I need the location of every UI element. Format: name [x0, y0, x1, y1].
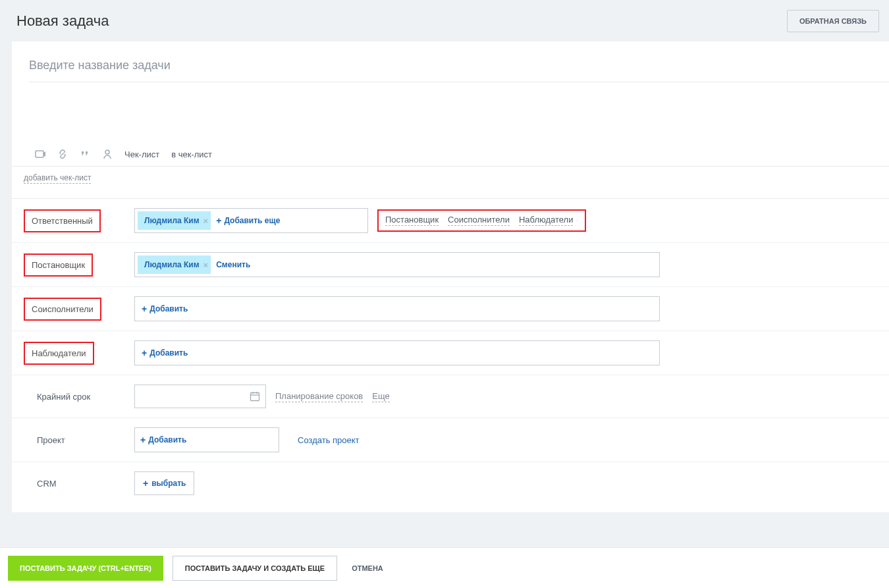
originator-input[interactable]: Людмила Ким × Сменить: [134, 252, 660, 277]
role-switch-box: Постановщик Соисполнители Наблюдатели: [377, 209, 586, 232]
label-observers: Наблюдатели: [24, 342, 94, 365]
role-link-participants[interactable]: Соисполнители: [448, 215, 510, 226]
add-more-label: Добавить еще: [224, 216, 280, 225]
plus-icon: +: [142, 304, 147, 313]
planning-link[interactable]: Планирование сроков: [275, 391, 363, 402]
crm-select-label: выбрать: [151, 479, 186, 488]
deadline-input[interactable]: [134, 385, 266, 408]
page-title: Новая задача: [16, 13, 109, 30]
plus-icon: +: [140, 435, 146, 444]
remove-user-icon[interactable]: ×: [203, 260, 209, 270]
label-originator: Постановщик: [24, 254, 93, 277]
label-crm: CRM: [24, 473, 57, 494]
feedback-button[interactable]: ОБРАТНАЯ СВЯЗЬ: [787, 10, 879, 32]
submit-button[interactable]: ПОСТАВИТЬ ЗАДАЧУ (CTRL+ENTER): [8, 556, 163, 581]
submit-and-create-button[interactable]: ПОСТАВИТЬ ЗАДАЧУ И СОЗДАТЬ ЕЩЕ: [173, 556, 337, 581]
add-label: Добавить: [149, 304, 188, 313]
observers-input[interactable]: + Добавить: [134, 340, 660, 365]
change-originator[interactable]: Сменить: [216, 260, 250, 269]
row-project: Проект + Добавить Создать проект: [12, 418, 889, 462]
task-form-panel: Чек-лист в чек-лист добавить чек-лист От…: [12, 41, 889, 512]
row-observers: Наблюдатели + Добавить: [12, 331, 889, 375]
svg-rect-2: [251, 393, 259, 401]
svg-point-1: [105, 150, 109, 154]
attach-file-icon[interactable]: [35, 149, 45, 159]
row-deadline: Крайний срок Планирование сроков Еще: [12, 375, 889, 418]
user-chip-name: Людмила Ким: [144, 260, 200, 269]
link-icon[interactable]: [57, 149, 68, 159]
responsible-input[interactable]: Людмила Ким × + Добавить еще: [134, 208, 368, 233]
to-checklist-link[interactable]: в чек-лист: [171, 149, 212, 159]
add-observers[interactable]: + Добавить: [142, 348, 188, 358]
editor-toolbar: Чек-лист в чек-лист: [12, 145, 889, 167]
add-participants[interactable]: + Добавить: [142, 304, 188, 313]
role-link-observers[interactable]: Наблюдатели: [519, 215, 574, 226]
checklist-link[interactable]: Чек-лист: [124, 149, 159, 159]
user-chip[interactable]: Людмила Ким ×: [138, 255, 211, 274]
plus-icon: +: [143, 479, 148, 488]
cancel-button[interactable]: ОТМЕНА: [346, 556, 389, 580]
participants-input[interactable]: + Добавить: [134, 296, 660, 321]
add-label: Добавить: [149, 348, 188, 358]
add-label: Добавить: [148, 435, 186, 444]
plus-icon: +: [142, 348, 147, 358]
create-project-link[interactable]: Создать проект: [298, 435, 360, 445]
add-project[interactable]: + Добавить: [140, 435, 186, 444]
svg-rect-0: [36, 151, 43, 157]
label-participants: Соисполнители: [24, 298, 101, 321]
task-description-editor[interactable]: [12, 82, 889, 145]
user-chip[interactable]: Людмила Ким ×: [138, 211, 211, 230]
user-chip-name: Людмила Ким: [144, 216, 200, 225]
row-participants: Соисполнители + Добавить: [12, 287, 889, 331]
quote-icon[interactable]: [80, 149, 90, 159]
task-title-input[interactable]: [29, 56, 889, 82]
project-input[interactable]: + Добавить: [134, 427, 279, 452]
calendar-icon[interactable]: [250, 391, 260, 402]
task-fields: Ответственный Людмила Ким × + Добавить е…: [12, 198, 889, 512]
label-project: Проект: [24, 430, 65, 450]
deadline-more-link[interactable]: Еще: [372, 391, 389, 402]
footer-bar: ПОСТАВИТЬ ЗАДАЧУ (CTRL+ENTER) ПОСТАВИТЬ …: [0, 547, 889, 588]
label-responsible: Ответственный: [24, 209, 101, 232]
mention-user-icon[interactable]: [102, 149, 113, 159]
row-crm: CRM + выбрать: [12, 462, 889, 512]
crm-select-button[interactable]: + выбрать: [134, 471, 194, 495]
row-originator: Постановщик Людмила Ким × Сменить: [12, 243, 889, 287]
label-deadline: Крайний срок: [24, 387, 90, 407]
plus-icon: +: [216, 216, 221, 225]
add-checklist-link[interactable]: добавить чек-лист: [24, 173, 91, 184]
row-responsible: Ответственный Людмила Ким × + Добавить е…: [12, 199, 889, 243]
remove-user-icon[interactable]: ×: [203, 216, 209, 226]
add-more-responsible[interactable]: + Добавить еще: [216, 216, 280, 225]
role-link-originator[interactable]: Постановщик: [385, 215, 439, 226]
